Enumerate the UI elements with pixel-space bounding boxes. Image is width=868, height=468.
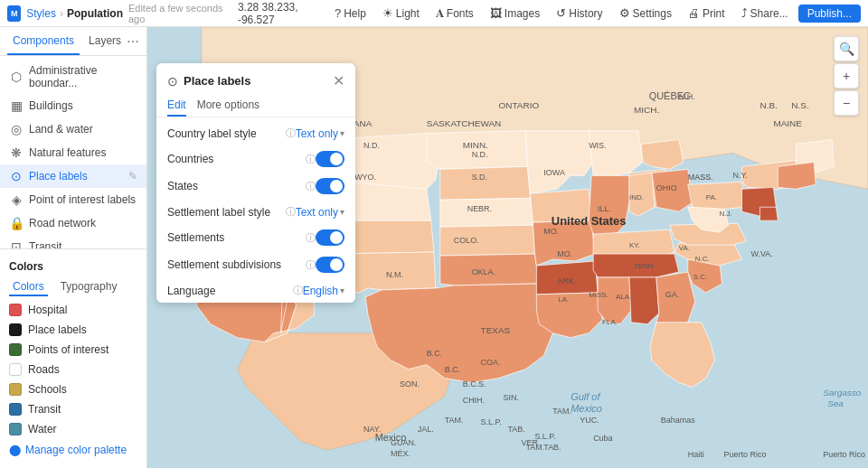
country-label-style-label: Country label style: [167, 127, 283, 140]
color-item-label: Water: [28, 423, 57, 435]
topbar-left: M Styles › Population Edited a few secon…: [7, 1, 323, 26]
color-item-label: Transit: [28, 403, 61, 416]
color-item[interactable]: Points of interest: [0, 340, 146, 360]
svg-text:TAM.: TAM.: [552, 407, 571, 416]
svg-text:COLO.: COLO.: [454, 236, 479, 245]
country-label-style-info: ⓘ: [286, 126, 296, 140]
svg-text:OHIO: OHIO: [656, 183, 677, 192]
sidebar: Components Layers ⋯ ⬡ Administrative bou…: [0, 27, 147, 468]
panel-header: ⊙ Place labels ✕: [156, 63, 355, 95]
nav-administrative-label: Administrative boundar...: [29, 64, 137, 89]
nav-transit[interactable]: ⊡ Transit: [0, 235, 146, 248]
poi-labels-icon: ◈: [9, 192, 24, 207]
svg-text:ILL.: ILL.: [598, 204, 611, 213]
color-item[interactable]: Hospital: [0, 300, 146, 320]
svg-text:TEXAS: TEXAS: [481, 325, 511, 335]
color-tab-colors[interactable]: Colors: [9, 278, 48, 296]
sidebar-settings-icon[interactable]: ⋯: [127, 34, 139, 49]
svg-text:N.Y.: N.Y.: [733, 171, 748, 180]
settlement-label-style-value[interactable]: Text only ▾: [296, 206, 344, 219]
language-value[interactable]: English ▾: [303, 285, 344, 297]
settlement-subdivisions-toggle[interactable]: [316, 257, 344, 273]
svg-text:TAB.: TAB.: [508, 425, 525, 434]
svg-text:WIS.: WIS.: [589, 141, 606, 150]
help-button[interactable]: ? Help: [328, 4, 373, 23]
panel-tab-edit[interactable]: Edit: [167, 95, 186, 117]
natural-features-icon: ❋: [9, 145, 24, 160]
color-item[interactable]: Place labels: [0, 320, 146, 340]
panel-row-settlements: Settlements ⓘ: [156, 224, 355, 251]
svg-text:MASS.: MASS.: [688, 173, 713, 182]
language-info: ⓘ: [293, 284, 303, 297]
color-item-label: Hospital: [28, 304, 67, 316]
svg-text:LA.: LA.: [558, 295, 569, 304]
map-controls: 🔍 + −: [834, 36, 859, 116]
settlements-label: Settlements: [167, 231, 303, 244]
panel-tab-more[interactable]: More options: [197, 95, 259, 117]
nav-buildings-label: Buildings: [29, 99, 137, 112]
settlement-label-style-label: Settlement label style: [167, 206, 283, 219]
publish-button[interactable]: Publish...: [798, 5, 861, 23]
topbar-actions: ? Help ☀ Light 𝐀 Fonts 🖼 Images ↺ Histor…: [328, 4, 861, 23]
history-icon: ↺: [556, 6, 566, 20]
settings-button[interactable]: ⚙ Settings: [613, 4, 678, 23]
nav-road-network[interactable]: 🔒 Road network: [0, 211, 146, 235]
svg-text:Puerto Rico: Puerto Rico: [724, 450, 767, 459]
print-button[interactable]: 🖨 Print: [682, 4, 731, 23]
svg-text:N.B.: N.B.: [760, 100, 777, 110]
color-swatch: [9, 343, 22, 356]
zoom-out-button[interactable]: −: [834, 90, 859, 116]
nav-place-labels-label: Place labels: [29, 170, 123, 183]
settlements-info: ⓘ: [306, 231, 316, 245]
svg-text:FLA.: FLA.: [602, 318, 618, 326]
light-button[interactable]: ☀ Light: [376, 4, 426, 23]
project-name: Population: [67, 7, 123, 20]
colors-section: Colors Colors Typography HospitalPlace l…: [0, 248, 146, 468]
settlement-subdivisions-info: ⓘ: [306, 258, 316, 272]
svg-text:United States: United States: [552, 214, 627, 228]
sidebar-nav: ⬡ Administrative boundar... ▦ Buildings …: [0, 56, 146, 248]
manage-palette-button[interactable]: ⬤ Manage color palette: [0, 439, 146, 461]
tab-layers[interactable]: Layers: [83, 27, 127, 55]
svg-text:TAM.: TAM.: [525, 443, 544, 452]
svg-text:ONTARIO: ONTARIO: [499, 100, 540, 110]
nav-land-water[interactable]: ◎ Land & water: [0, 117, 146, 141]
nav-natural-features[interactable]: ❋ Natural features: [0, 141, 146, 164]
color-item[interactable]: Schools: [0, 379, 146, 399]
settlements-toggle[interactable]: [316, 229, 344, 246]
nav-poi-labels[interactable]: ◈ Point of interest labels: [0, 188, 146, 211]
countries-toggle[interactable]: [316, 151, 344, 167]
history-button[interactable]: ↺ History: [550, 4, 609, 23]
color-item[interactable]: Transit: [0, 399, 146, 419]
place-labels-panel: ⊙ Place labels ✕ Edit More options Count…: [156, 63, 355, 303]
nav-buildings[interactable]: ▦ Buildings: [0, 94, 146, 117]
colors-title: Colors: [9, 260, 43, 273]
country-label-style-value[interactable]: Text only ▾: [296, 127, 344, 140]
color-swatch: [9, 423, 22, 435]
map-search-button[interactable]: 🔍: [834, 36, 859, 61]
zoom-in-button[interactable]: +: [834, 63, 859, 89]
nav-place-labels[interactable]: ⊙ Place labels ✎: [0, 164, 146, 188]
colors-tabs: Colors Typography: [0, 278, 146, 300]
share-button[interactable]: ⤴ Share...: [735, 4, 795, 23]
svg-text:OKLA.: OKLA.: [472, 267, 495, 276]
fonts-button[interactable]: 𝐀 Fonts: [429, 4, 480, 23]
nav-administrative[interactable]: ⬡ Administrative boundar...: [0, 60, 146, 94]
svg-text:WYO.: WYO.: [354, 173, 376, 182]
app-name-link[interactable]: Styles: [26, 7, 56, 20]
svg-text:Puerto Rico: Puerto Rico: [823, 450, 865, 459]
tab-components[interactable]: Components: [7, 27, 80, 55]
svg-text:SON.: SON.: [400, 379, 420, 388]
images-button[interactable]: 🖼 Images: [484, 4, 546, 23]
topbar: M Styles › Population Edited a few secon…: [0, 0, 868, 27]
states-toggle[interactable]: [316, 178, 344, 194]
svg-text:TENN.: TENN.: [634, 262, 656, 270]
color-item[interactable]: Water: [0, 419, 146, 439]
color-tab-typography[interactable]: Typography: [57, 278, 121, 296]
panel-close-button[interactable]: ✕: [333, 72, 344, 89]
map-area[interactable]: Gulf of Mexico Sargasso Sea United State…: [147, 27, 868, 468]
color-item[interactable]: Roads: [0, 360, 146, 379]
svg-text:B.C.: B.C.: [445, 365, 460, 374]
svg-text:YUC.: YUC.: [580, 416, 599, 425]
nav-land-water-label: Land & water: [29, 123, 137, 136]
